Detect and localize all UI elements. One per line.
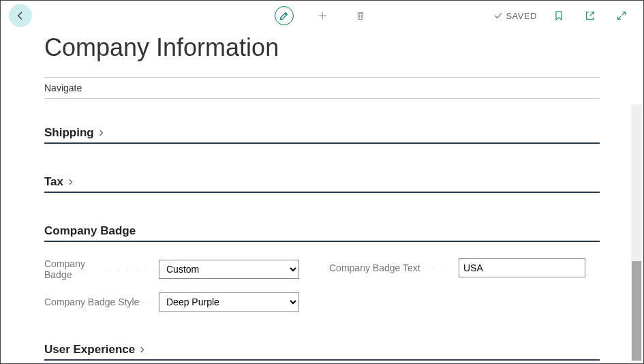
navigate-label: Navigate <box>44 82 82 93</box>
vertical-scrollbar[interactable] <box>631 104 642 362</box>
navigate-bar[interactable]: Navigate <box>44 77 600 99</box>
company-badge-select[interactable]: Custom <box>159 260 299 279</box>
field-label: Company Badge · · · · · · <box>44 258 159 280</box>
fasttab-tax: Tax <box>44 175 600 193</box>
page-frame: SAVED Company Information Navigate Shipp… <box>0 0 644 364</box>
expand-button[interactable] <box>612 6 631 25</box>
fasttab-header-tax[interactable]: Tax <box>44 175 600 193</box>
fasttab-header-company-badge[interactable]: Company Badge <box>44 224 600 242</box>
fasttab-label: Shipping <box>44 126 94 140</box>
back-button[interactable] <box>9 4 32 27</box>
field-label: Company Badge Text · · · <box>329 262 459 273</box>
scrollbar-thumb[interactable] <box>632 261 641 361</box>
field-label: Company Badge Style · · <box>44 297 159 307</box>
fasttab-body-company-badge: Company Badge · · · · · · Custom Company… <box>44 242 600 312</box>
field-column-left: Company Badge · · · · · · Custom Company… <box>44 258 299 312</box>
field-column-right: Company Badge Text · · · <box>329 258 585 312</box>
pencil-icon <box>279 10 290 21</box>
chevron-right-icon <box>67 178 74 186</box>
chevron-right-icon <box>139 346 146 354</box>
content: Company Information Navigate Shipping Ta… <box>1 33 643 361</box>
chevron-right-icon <box>98 129 105 137</box>
saved-status: SAVED <box>493 11 537 21</box>
fasttab-label: Tax <box>44 175 63 189</box>
popout-icon <box>585 10 596 21</box>
field-company-badge: Company Badge · · · · · · Custom <box>44 258 299 280</box>
fasttab-header-shipping[interactable]: Shipping <box>44 126 600 144</box>
fasttab-company-badge: Company Badge Company Badge · · · · · · … <box>44 224 600 312</box>
bookmark-button[interactable] <box>549 6 568 25</box>
trash-icon <box>355 10 366 21</box>
popout-button[interactable] <box>581 6 600 25</box>
bookmark-icon <box>553 10 564 21</box>
plus-icon <box>317 10 328 21</box>
company-badge-style-select[interactable]: Deep Purple <box>159 292 299 312</box>
field-company-badge-text: Company Badge Text · · · <box>329 258 585 277</box>
fasttab-user-experience: User Experience <box>44 343 600 361</box>
expand-icon <box>616 10 627 21</box>
saved-label: SAVED <box>506 11 537 21</box>
fasttab-shipping: Shipping <box>44 126 600 144</box>
page-title: Company Information <box>44 33 600 62</box>
center-toolbar <box>275 6 370 25</box>
edit-button[interactable] <box>275 6 294 25</box>
top-bar: SAVED <box>1 1 643 31</box>
field-company-badge-style: Company Badge Style · · Deep Purple <box>44 292 299 312</box>
delete-button[interactable] <box>351 6 370 25</box>
new-button[interactable] <box>313 6 332 25</box>
fasttab-label: Company Badge <box>44 224 136 238</box>
arrow-left-icon <box>15 10 26 21</box>
company-badge-text-input[interactable] <box>459 258 585 277</box>
fasttab-label: User Experience <box>44 343 135 357</box>
fasttab-header-user-experience[interactable]: User Experience <box>44 343 600 361</box>
check-icon <box>493 11 503 20</box>
right-toolbar: SAVED <box>493 6 631 25</box>
